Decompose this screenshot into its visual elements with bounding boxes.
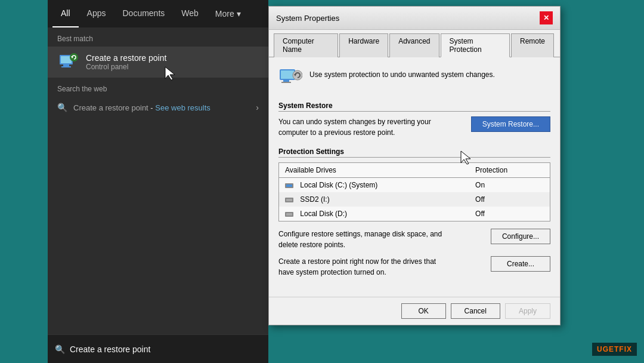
create-description: Create a restore point right now for the… — [278, 256, 445, 278]
protection-ssd2: Off — [469, 192, 550, 207]
system-restore-button[interactable]: System Restore... — [471, 116, 550, 132]
svg-rect-3 — [61, 66, 71, 67]
tab-all[interactable]: All — [52, 0, 79, 27]
tab-more[interactable]: More ▾ — [207, 0, 249, 27]
svg-rect-2 — [63, 64, 69, 66]
configure-description: Configure restore settings, manage disk … — [278, 229, 445, 250]
tab-web[interactable]: Web — [173, 0, 207, 27]
system-restore-section: System Restore You can undo system chang… — [278, 101, 550, 138]
search-bar-icon: 🔍 — [55, 344, 65, 354]
tab-advanced[interactable]: Advanced — [389, 33, 439, 57]
drive-c: Local Disk (C:) (System) — [279, 178, 470, 193]
dialog-content: Use system protection to undo unwanted s… — [269, 57, 560, 297]
close-button[interactable]: ✕ — [540, 11, 553, 24]
web-search-item[interactable]: 🔍 Create a restore point - See web resul… — [48, 98, 268, 117]
configure-button[interactable]: Configure... — [491, 229, 550, 244]
search-icon: 🔍 — [57, 103, 67, 112]
table-row[interactable]: Local Disk (D:) Off — [279, 207, 550, 222]
tab-documents[interactable]: Documents — [114, 0, 173, 27]
dialog-footer: OK Cancel Apply — [269, 297, 560, 325]
watermark: UGETFIX — [592, 343, 637, 356]
system-properties-dialog: System Properties ✕ Computer Name Hardwa… — [268, 6, 561, 325]
tab-system-protection[interactable]: System Protection — [441, 33, 510, 57]
start-panel-content: Best match Create a restore point Contro… — [48, 27, 268, 363]
configure-row: Configure restore settings, manage disk … — [278, 229, 550, 250]
best-match-label: Best match — [48, 27, 268, 47]
tab-remote[interactable]: Remote — [511, 33, 554, 57]
dialog-description: Use system protection to undo unwanted s… — [309, 69, 495, 80]
dialog-title: System Properties — [276, 14, 339, 23]
protection-c: On — [469, 178, 550, 193]
protection-settings-title: Protection Settings — [278, 147, 550, 158]
svg-point-4 — [70, 53, 78, 61]
dialog-titlebar: System Properties ✕ — [269, 7, 560, 30]
result-subtitle: Control panel — [86, 63, 166, 71]
system-restore-description: You can undo system changes by reverting… — [278, 116, 445, 138]
table-row[interactable]: SSD2 (I:) Off — [279, 192, 550, 207]
result-text: Create a restore point Control panel — [86, 53, 166, 71]
system-restore-row: You can undo system changes by reverting… — [278, 116, 550, 138]
watermark-highlight: GET — [603, 345, 620, 353]
col-drives: Available Drives — [279, 163, 470, 178]
web-search-text: Create a restore point - See web results — [73, 103, 210, 112]
search-bar-input[interactable] — [70, 344, 261, 354]
system-protection-icon — [278, 67, 302, 91]
tab-computer-name[interactable]: Computer Name — [274, 33, 338, 57]
result-title: Create a restore point — [86, 53, 166, 63]
watermark-suffix: FIX — [619, 345, 632, 353]
protection-d: Off — [469, 207, 550, 222]
search-result-create-restore[interactable]: Create a restore point Control panel — [48, 47, 268, 78]
dialog-tabs: Computer Name Hardware Advanced System P… — [269, 30, 560, 57]
watermark-prefix: U — [597, 345, 603, 353]
tab-hardware[interactable]: Hardware — [339, 33, 388, 57]
drive-d: Local Disk (D:) — [279, 207, 470, 222]
col-protection: Protection — [469, 163, 550, 178]
restore-point-icon — [57, 51, 79, 73]
ok-button[interactable]: OK — [401, 303, 446, 319]
protection-table: Available Drives Protection Local Disk (… — [278, 162, 550, 222]
dialog-header-row: Use system protection to undo unwanted s… — [278, 67, 550, 91]
svg-rect-9 — [281, 82, 291, 83]
create-row: Create a restore point right now for the… — [278, 256, 550, 278]
svg-rect-13 — [286, 184, 292, 187]
search-web-label: Search the web — [48, 78, 268, 98]
svg-rect-17 — [286, 213, 292, 216]
svg-point-10 — [293, 70, 302, 80]
chevron-right-icon: › — [256, 103, 259, 112]
svg-rect-15 — [286, 199, 292, 201]
system-restore-title: System Restore — [278, 101, 550, 112]
drive-ssd2: SSD2 (I:) — [279, 192, 470, 207]
web-search-left: 🔍 Create a restore point - See web resul… — [57, 103, 210, 112]
start-tabs: All Apps Documents Web More ▾ — [48, 0, 268, 27]
apply-button[interactable]: Apply — [505, 303, 550, 319]
svg-rect-8 — [283, 80, 289, 82]
svg-rect-7 — [281, 70, 294, 79]
protection-settings-section: Protection Settings Available Drives Pro… — [278, 147, 550, 278]
tab-apps[interactable]: Apps — [79, 0, 114, 27]
cancel-button[interactable]: Cancel — [451, 303, 500, 319]
search-bar: 🔍 — [48, 334, 268, 363]
create-button[interactable]: Create... — [491, 256, 550, 272]
table-row[interactable]: Local Disk (C:) (System) On — [279, 178, 550, 193]
start-panel: All Apps Documents Web More ▾ Best match — [48, 0, 268, 363]
